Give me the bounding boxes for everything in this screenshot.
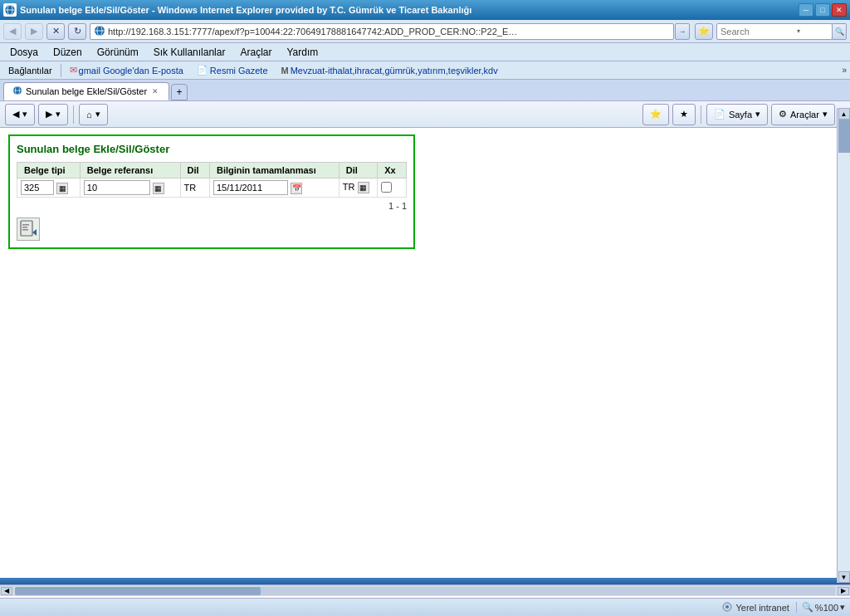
scroll-up-button[interactable]: ▲ [838, 108, 850, 120]
back-nav-chevron: ▾ [22, 109, 27, 120]
title-bar-left: Sunulan belge Ekle/Sil/Göster - Windows … [3, 3, 471, 17]
new-tab-button[interactable]: + [171, 84, 188, 100]
cell-belge-tipi[interactable]: ▦ [17, 178, 81, 198]
home-icon: ⌂ [86, 110, 92, 120]
pagination: 1 - 1 [17, 198, 407, 211]
address-icon [94, 25, 105, 38]
h-scroll-thumb[interactable] [15, 587, 261, 595]
minimize-button[interactable]: ─ [799, 3, 813, 17]
search-go-button[interactable]: 🔍 [832, 23, 847, 40]
svg-rect-10 [22, 224, 29, 226]
th-dil1: Dil [180, 163, 209, 178]
vertical-scrollbar: ▲ ▼ [837, 108, 850, 583]
menu-duzen[interactable]: Düzen [46, 45, 89, 60]
cell-xx[interactable] [378, 178, 407, 198]
cell-dil1: TR [180, 178, 209, 198]
forward-nav-button[interactable]: ▶ ▾ [38, 104, 68, 125]
th-dil2: Dil [339, 163, 377, 178]
stop-button[interactable]: ✕ [46, 23, 65, 40]
add-row-button[interactable] [17, 218, 40, 241]
menu-araclar[interactable]: Araçlar [233, 45, 278, 60]
live-search-box[interactable]: ▾ [716, 23, 833, 40]
search-input[interactable] [721, 27, 795, 37]
bookmarks-label: Bağlantılar [3, 65, 57, 76]
forward-nav-icon: ▶ [46, 109, 52, 120]
scroll-thumb[interactable] [838, 120, 850, 153]
bookmarks-bar: Bağlantılar ✉ gmail Google'dan E-posta 📄… [0, 61, 850, 80]
dil2-btn[interactable]: ▦ [358, 182, 369, 193]
resmi-gazete-icon: 📄 [197, 65, 208, 76]
tabs-bar: Sunulan belge Ekle/Sil/Göster ✕ + [0, 80, 850, 101]
bookmark-mevzuat[interactable]: M Mevzuat-ithalat,ihracat,gümrük,yatırım… [276, 65, 503, 76]
tab-label: Sunulan belge Ekle/Sil/Göster [26, 86, 147, 96]
add-favorites-button[interactable]: ⭐ [642, 104, 669, 125]
add-to-favorites-button[interactable]: ⭐ [695, 23, 713, 40]
belge-tipi-input[interactable] [21, 180, 54, 195]
table-row: ▦ ▦ TR 📅 [17, 178, 407, 198]
tools-button[interactable]: ⚙ Araçlar ▾ [771, 104, 835, 125]
svg-marker-13 [32, 229, 37, 236]
menu-gorunum[interactable]: Görünüm [90, 45, 145, 60]
scroll-track [838, 120, 850, 571]
cell-dil2: TR ▦ [339, 178, 377, 198]
scroll-right-button[interactable]: ▶ [838, 587, 849, 595]
belge-ref-input[interactable] [84, 180, 150, 195]
page-button[interactable]: 📄 Sayfa ▾ [706, 104, 768, 125]
xx-checkbox[interactable] [381, 182, 392, 193]
menu-dosya[interactable]: Dosya [3, 45, 45, 60]
maximize-button[interactable]: □ [815, 3, 830, 17]
home-button[interactable]: ⌂ ▾ [79, 104, 108, 125]
bookmark-resmi-gazete[interactable]: 📄 Resmi Gazete [192, 64, 273, 76]
forward-button[interactable]: ▶ [25, 23, 43, 40]
search-dropdown-icon: ▾ [797, 27, 800, 35]
forward-nav-chevron: ▾ [56, 109, 61, 120]
menu-yardim[interactable]: Yardım [280, 45, 325, 60]
svg-rect-11 [22, 227, 27, 228]
address-url: http://192.168.3.151:7777/apex/f?p=10044… [108, 27, 523, 37]
back-nav-button[interactable]: ◀ ▾ [5, 104, 35, 125]
address-bar[interactable]: http://192.168.3.151:7777/apex/f?p=10044… [90, 23, 674, 40]
tab-close-button[interactable]: ✕ [150, 87, 160, 95]
belge-tipi-btn[interactable]: ▦ [56, 183, 68, 194]
main-panel: Sunulan belge Ekle/Sil/Göster Belge tipi… [8, 134, 415, 249]
table-header-row: Belge tipi Belge referansı Dil Bilginin … [17, 163, 407, 178]
scroll-left-button[interactable]: ◀ [1, 587, 12, 595]
bookmark-gmail[interactable]: ✉ gmail Google'dan E-posta [65, 64, 188, 76]
cell-belge-referansi[interactable]: ▦ [80, 178, 180, 198]
bookmarks-chevron[interactable]: » [842, 66, 847, 75]
ie-icon [3, 3, 17, 17]
address-go-button[interactable]: → [675, 23, 690, 40]
nav-toolbar: ◀ ▾ ▶ ▾ ⌂ ▾ ⭐ ★ 📄 Sayfa ▾ ⚙ Araçlar ▾ » [0, 101, 850, 128]
tab-ie-icon [12, 86, 22, 97]
bilgi-cal-btn[interactable]: 📅 [291, 183, 302, 194]
th-belge-referansi: Belge referansı [80, 163, 180, 178]
back-nav-icon: ◀ [12, 109, 19, 120]
close-button[interactable]: ✕ [832, 3, 847, 17]
h-scroll-area: ◀ ▶ [0, 584, 850, 596]
refresh-button[interactable]: ↻ [68, 23, 86, 40]
back-button[interactable]: ◀ [3, 23, 22, 40]
content-area: Sunulan belge Ekle/Sil/Göster Belge tipi… [0, 128, 850, 578]
belge-ref-btn[interactable]: ▦ [153, 183, 164, 194]
tab-sunulan-belge[interactable]: Sunulan belge Ekle/Sil/Göster ✕ [3, 82, 169, 100]
dil2-display: TR [343, 182, 355, 192]
th-xx: Xx [378, 163, 407, 178]
menu-bar: Dosya Düzen Görünüm Sık Kullanılanlar Ar… [0, 43, 850, 61]
dil1-display: TR [184, 183, 197, 193]
favorites-icon-button[interactable]: ★ [672, 104, 696, 125]
favorites-icon: ★ [680, 109, 688, 120]
tools-label: Araçlar [790, 110, 819, 120]
home-chevron: ▾ [95, 109, 100, 120]
panel-title: Sunulan belge Ekle/Sil/Göster [17, 143, 407, 155]
tools-icon: ⚙ [779, 109, 787, 120]
svg-rect-9 [21, 221, 32, 236]
cell-bilgi[interactable]: 📅 [209, 178, 339, 198]
scroll-down-button[interactable]: ▼ [838, 571, 850, 583]
menu-sik-kullanilanlar[interactable]: Sık Kullanılanlar [147, 45, 232, 60]
title-bar-controls[interactable]: ─ □ ✕ [799, 3, 847, 17]
data-table: Belge tipi Belge referansı Dil Bilginin … [17, 162, 407, 198]
bilgi-input[interactable] [213, 180, 288, 195]
address-toolbar: ◀ ▶ ✕ ↻ http://192.168.3.151:7777/apex/f… [0, 20, 850, 43]
th-bilgi: Bilginin tamamlanması [209, 163, 339, 178]
star-icon: ⭐ [650, 109, 662, 120]
